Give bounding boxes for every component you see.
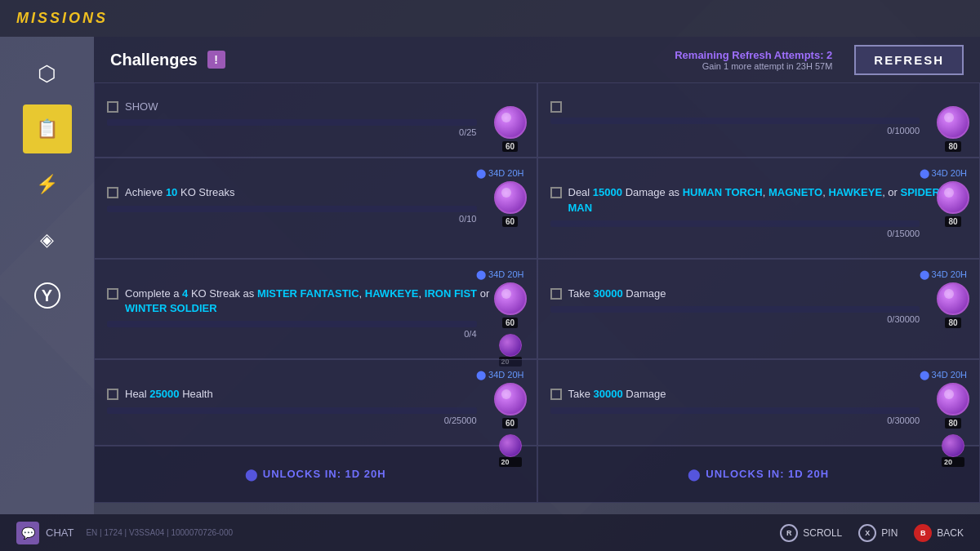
challenges-grid: SHOW 0/25 60	[94, 82, 980, 514]
name-winter-soldier: WINTER SOLDIER	[125, 302, 217, 314]
shield-icon: ◈	[40, 229, 54, 251]
info-badge[interactable]: !	[207, 51, 225, 69]
highlight-30000-1: 30000	[594, 287, 623, 300]
reward-label-show: 60	[502, 141, 518, 152]
checkbox-deal-damage[interactable]	[550, 187, 562, 198]
reward-label-heal: 60	[502, 418, 518, 429]
bottom-controls: R SCROLL X PIN B BACK	[780, 524, 964, 542]
progress-bar-take-1	[550, 306, 920, 313]
progress-bar-ko	[107, 206, 477, 212]
reward-gem-ko-streak	[494, 282, 527, 315]
checkbox-row1-right[interactable]	[550, 101, 562, 113]
reward-gem-show	[494, 106, 527, 139]
sidebar-item-shield[interactable]: ◈	[23, 216, 72, 264]
reward-label-ko: 60	[502, 216, 518, 227]
y-icon: Y	[34, 282, 60, 309]
reward-take-2: 80 20	[937, 383, 969, 467]
challenge-show: SHOW 0/25 60	[94, 82, 537, 158]
checkbox-take-damage-1[interactable]	[550, 288, 562, 300]
checkbox-ko-streaks[interactable]	[107, 187, 118, 198]
checkbox-heal[interactable]	[107, 389, 118, 400]
reward-show: 60	[494, 106, 527, 152]
scroll-control[interactable]: R SCROLL	[780, 524, 842, 542]
challenge-show-row: SHOW	[107, 100, 524, 114]
progress-text-ko: 0/10	[107, 214, 477, 224]
back-btn[interactable]: B	[914, 524, 932, 542]
pin-btn[interactable]: X	[858, 524, 876, 542]
chat-icon[interactable]: 💬	[16, 522, 39, 544]
unlock-cell-right: ⬤ UNLOCKS IN: 1D 20H	[537, 446, 981, 503]
unlock-text-right: UNLOCKS IN: 1D 20H	[706, 468, 829, 480]
reward-label-take-2: 80	[945, 418, 960, 429]
timer-deal-damage: ⬤ 34D 20H	[550, 168, 968, 179]
checkbox-ko-streak-heroes[interactable]	[107, 288, 118, 300]
scroll-btn[interactable]: R	[780, 524, 798, 542]
progress-bar-take-2	[550, 407, 920, 414]
challenge-show-checkbox[interactable]	[107, 101, 118, 113]
challenge-deal-row: Deal 15000 Damage as HUMAN TORCH, MAGNET…	[550, 185, 968, 215]
highlight-15000: 15000	[593, 186, 622, 198]
highlight-30000-2: 30000	[594, 388, 623, 400]
timer-take-damage-1: ⬤ 34D 20H	[550, 269, 968, 280]
progress-text-ko-streak: 0/4	[107, 329, 477, 339]
reward-gem-small-take2	[942, 434, 964, 457]
unlock-icon-right: ⬤	[688, 468, 701, 481]
reward-gem-heal	[494, 383, 527, 415]
refresh-button[interactable]: REFRESH	[854, 45, 964, 75]
reward-deal: 80	[937, 181, 969, 227]
calendar-icon: 📋	[36, 118, 58, 140]
challenge-show-text: SHOW	[125, 100, 524, 114]
sidebar-item-y[interactable]: Y	[23, 271, 72, 320]
cards-icon: ⚡	[36, 174, 58, 195]
reward-ko: 60	[494, 181, 527, 227]
back-label: BACK	[937, 527, 964, 539]
top-bar: MISSIONS	[0, 0, 980, 37]
progress-bar-show	[107, 119, 477, 126]
progress-text-show: 0/25	[107, 127, 477, 137]
reward-label-row1-right: 80	[945, 141, 960, 152]
text-take-damage-2: Take 30000 Damage	[568, 387, 968, 402]
challenges-header: Challenges ! Remaining Refresh Attempts:…	[94, 37, 980, 82]
refresh-attempts-text: Remaining Refresh Attempts: 2	[675, 49, 832, 61]
challenge-ko-streak-row: Complete a 4 KO Streak as MISTER FANTAST…	[107, 287, 524, 316]
bottom-bar: 💬 CHAT EN | 1724 | V3SSA04 | 1000070726-…	[0, 514, 980, 551]
chat-label[interactable]: CHAT	[46, 527, 74, 539]
refresh-timer-text: Gain 1 more attempt in 23H 57M	[675, 61, 832, 71]
highlight-10: 10	[166, 186, 177, 198]
reward-gem-take-1	[937, 282, 969, 315]
reward-label-small-heal: 20	[499, 457, 522, 467]
scroll-label: SCROLL	[803, 527, 842, 539]
status-text: EN | 1724 | V3SSA04 | 1000070726-000	[86, 528, 233, 537]
challenge-heal-row: Heal 25000 Health	[107, 387, 524, 402]
challenge-ko-streaks: ⬤ 34D 20H Achieve 10 KO Streaks 0/10 60	[94, 158, 537, 259]
progress-bar-row1-right	[550, 118, 920, 124]
progress-text-heal: 0/25000	[107, 415, 477, 425]
text-ko-streak-heroes: Complete a 4 KO Streak as MISTER FANTAST…	[125, 287, 524, 316]
name-mister-fantastic: MISTER FANTASTIC	[257, 287, 359, 300]
sidebar-item-cards[interactable]: ⚡	[23, 160, 72, 209]
timer-take-damage-2: ⬤ 34D 20H	[550, 370, 968, 380]
checkbox-take-damage-2[interactable]	[550, 389, 562, 400]
sidebar-item-calendar[interactable]: 📋	[23, 104, 72, 153]
back-control[interactable]: B BACK	[914, 524, 964, 542]
progress-bar-deal	[550, 220, 920, 227]
text-ko-streaks: Achieve 10 KO Streaks	[125, 185, 524, 200]
sidebar: ⬡ 📋 ⚡ ◈ Y	[0, 37, 94, 514]
challenge-take-row-1: Take 30000 Damage	[550, 287, 968, 301]
progress-text-take-1: 0/30000	[550, 314, 920, 324]
challenge-take-row-2: Take 30000 Damage	[550, 387, 968, 402]
refresh-info: Remaining Refresh Attempts: 2 Gain 1 mor…	[675, 49, 832, 71]
pin-control[interactable]: X PIN	[858, 524, 898, 542]
reward-gem-ko	[494, 181, 527, 214]
reward-gem-small-heal	[499, 434, 522, 457]
progress-text-row1-right: 0/10000	[550, 126, 920, 136]
progress-text-deal: 0/15000	[550, 229, 920, 238]
unlock-text-left: UNLOCKS IN: 1D 20H	[263, 468, 386, 480]
sidebar-item-cube[interactable]: ⬡	[23, 49, 72, 98]
reward-gem-row1-right	[937, 106, 969, 139]
challenge-take-damage-2: ⬤ 34D 20H Take 30000 Damage 0/30000 80	[537, 359, 981, 445]
name-iron-fist: IRON FIST	[425, 287, 477, 300]
text-deal-damage: Deal 15000 Damage as HUMAN TORCH, MAGNET…	[568, 185, 968, 215]
highlight-4: 4	[182, 287, 188, 300]
challenge-deal-damage: ⬤ 34D 20H Deal 15000 Damage as HUMAN TOR…	[537, 158, 981, 259]
